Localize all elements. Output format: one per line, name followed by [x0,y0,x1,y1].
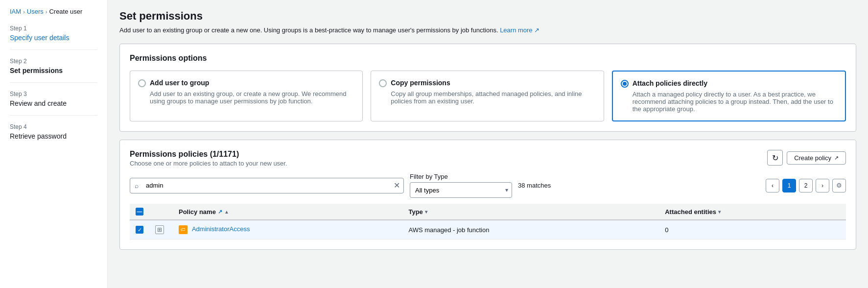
policies-subtitle: Choose one or more policies to attach to… [130,160,287,167]
page-description: Add user to an existing group or create … [119,26,856,34]
permissions-options-title: Permissions options [130,54,846,63]
sort-icon-type: ▾ [425,209,427,215]
filter-row: ⌕ ✕ Filter by Type All types AWS managed… [130,173,846,198]
breadcrumb-sep-2: › [46,9,47,15]
permission-option-copy[interactable]: Copy permissions Copy all group membersh… [371,71,604,121]
row-expand-cell: ⊞ [149,220,173,240]
sort-icon-attached: ▾ [718,209,721,215]
table-header-row: — Policy name ↗ ▲ Type [130,204,846,220]
page-1-button[interactable]: 1 [782,179,796,192]
permissions-options-list: Add user to group Add user to an existin… [130,71,846,121]
clear-search-button[interactable]: ✕ [394,182,400,190]
select-all-checkbox[interactable]: — [136,208,143,216]
step-2-title: Set permissions [10,67,97,74]
pagination-controls: ‹ 1 2 › ⚙ [766,179,846,192]
step-4-block: Step 4 Retrieve password [10,123,97,148]
step-4-label: Step 4 [10,123,97,130]
permission-option-add-group-desc: Add user to an existing group, or create… [150,90,354,105]
step-4-title: Retrieve password [10,132,97,140]
prev-page-button[interactable]: ‹ [766,179,779,192]
main-content: Set permissions Add user to an existing … [108,0,868,288]
permission-option-copy-title: Copy permissions [391,79,450,87]
policies-header: Permissions policies (1/1171) Choose one… [130,150,846,167]
th-type-sort: Type ▾ [408,208,653,216]
th-policy-name[interactable]: Policy name ↗ ▲ [173,204,402,220]
filter-type-label: Filter by Type [410,173,512,180]
radio-copy [379,79,387,87]
policies-count: 1/1171 [212,150,236,158]
external-link-sort-icon: ↗ [218,209,222,215]
create-policy-button[interactable]: Create policy ↗ [787,151,846,165]
permission-option-copy-header: Copy permissions [379,79,595,87]
step-1-label: Step 1 [10,25,97,32]
step-1-block: Step 1 Specify user details [10,25,97,50]
step-3-title: Review and create [10,99,97,107]
page-title: Set permissions [119,10,856,23]
filter-type-group: Filter by Type All types AWS managed Cus… [410,173,512,198]
matches-text: 38 matches [518,182,551,189]
permission-option-copy-desc: Copy all group memberships, attached man… [391,90,595,105]
next-page-button[interactable]: › [816,179,829,192]
breadcrumb-current: Create user [49,8,82,15]
permission-option-attach-title: Attach policies directly [633,79,707,87]
row-attached-entities-cell: 0 [659,220,846,240]
th-attached-sort: Attached entities ▾ [665,208,840,216]
step-2-label: Step 2 [10,58,97,65]
refresh-button[interactable]: ↻ [767,150,783,166]
permissions-policies-card: Permissions policies (1/1171) Choose one… [119,140,856,250]
permission-option-add-group-title: Add user to group [150,79,209,87]
sidebar: IAM › Users › Create user Step 1 Specify… [0,0,108,288]
breadcrumb-users[interactable]: Users [27,8,44,15]
table-settings-button[interactable]: ⚙ [832,179,846,192]
search-icon: ⌕ [135,182,139,190]
permissions-options-card: Permissions options Add user to group Ad… [119,44,856,132]
sort-icon-policy-name: ▲ [224,209,229,215]
policies-header-left: Permissions policies (1/1171) Choose one… [130,150,287,167]
permission-option-attach[interactable]: Attach policies directly Attach a manage… [612,71,846,121]
th-policy-name-sort: Policy name ↗ ▲ [179,208,397,216]
policy-type-icon: 🏷 [179,225,188,234]
th-checkbox: — [130,204,149,220]
table-row: ✓ ⊞ 🏷 AdministratorAccess AWS managed - … [130,220,846,240]
type-select[interactable]: All types AWS managed Customer managed A… [410,182,512,198]
step-2-block: Step 2 Set permissions [10,58,97,83]
permission-option-attach-desc: Attach a managed policy directly to a us… [633,91,837,113]
step-3-block: Step 3 Review and create [10,91,97,116]
learn-more-link[interactable]: Learn more ↗ [500,26,540,34]
expand-icon[interactable]: ⊞ [155,225,164,234]
policy-name-link[interactable]: AdministratorAccess [192,225,250,233]
breadcrumb: IAM › Users › Create user [10,8,97,15]
permission-option-attach-header: Attach policies directly [621,79,837,88]
th-type[interactable]: Type ▾ [402,204,659,220]
radio-attach-inner [623,82,627,86]
breadcrumb-sep-1: › [23,9,25,15]
row-policy-name-cell: 🏷 AdministratorAccess [173,220,402,240]
row-checkbox-cell: ✓ [130,220,149,240]
step-1-title[interactable]: Specify user details [10,34,97,42]
external-link-icon: ↗ [834,155,839,161]
search-wrapper: ⌕ ✕ [130,178,404,193]
permission-option-add-group[interactable]: Add user to group Add user to an existin… [130,71,363,121]
policies-title: Permissions policies (1/1171) [130,150,287,159]
policies-actions: ↻ Create policy ↗ [767,150,846,166]
breadcrumb-iam[interactable]: IAM [10,8,21,15]
th-attached-entities[interactable]: Attached entities ▾ [659,204,846,220]
permission-option-add-group-header: Add user to group [138,79,354,87]
row-checkbox[interactable]: ✓ [136,226,143,234]
radio-attach [621,80,629,88]
radio-add-group [138,79,146,87]
page-2-button[interactable]: 2 [799,179,813,192]
search-input[interactable] [130,178,404,193]
row-type-cell: AWS managed - job function [402,220,659,240]
policy-table: — Policy name ↗ ▲ Type [130,204,846,240]
step-3-label: Step 3 [10,91,97,97]
th-expand [149,204,173,220]
type-select-wrapper: All types AWS managed Customer managed A… [410,182,512,198]
